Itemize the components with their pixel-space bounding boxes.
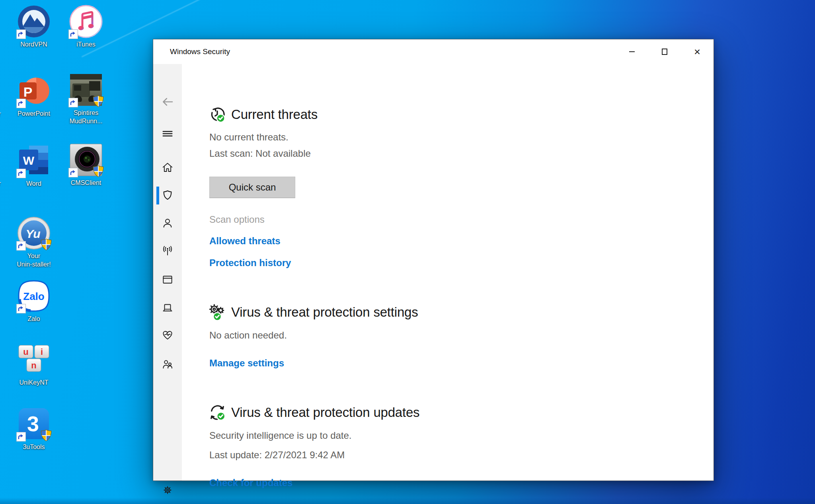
svg-text:i: i — [41, 347, 43, 357]
label-line: Your — [8, 252, 60, 260]
clipped-icon-label: r — [0, 111, 1, 118]
desktop-icon-label: CMSClient — [60, 179, 112, 187]
svg-text:3: 3 — [27, 412, 39, 436]
sidebar-item-firewall-network-protection[interactable] — [153, 241, 182, 261]
uac-shield-icon — [92, 95, 105, 108]
desktop-icon-cmsclient[interactable]: CMSClient — [60, 143, 112, 187]
maximize-button[interactable] — [648, 39, 681, 64]
browser-window-icon — [162, 274, 174, 286]
desktop-icon-3utools[interactable]: 3 3uTools — [8, 407, 60, 451]
desktop-icon-powerpoint[interactable]: P PowerPoint — [8, 74, 60, 118]
svg-text:W: W — [23, 154, 35, 167]
label-line: Spintires — [60, 109, 112, 117]
unikeynt-icon: u i n — [17, 343, 51, 376]
shortcut-arrow-icon — [16, 432, 26, 442]
quick-scan-button[interactable]: Quick scan — [209, 177, 295, 198]
person-icon — [162, 217, 174, 229]
shortcut-arrow-icon — [68, 29, 78, 39]
shortcut-arrow-icon — [16, 304, 26, 313]
minimize-icon — [629, 51, 635, 52]
last-update-text: Last update: 2/27/2021 9:42 AM — [209, 450, 345, 461]
heart-pulse-icon — [162, 329, 174, 341]
sidebar-item-device-security[interactable] — [153, 298, 182, 317]
desktop: r r NordVPN — [0, 0, 815, 504]
svg-text:P: P — [23, 84, 33, 99]
updates-status-text: Security intelligence is up to date. — [209, 430, 352, 441]
titlebar: Windows Security ✕ — [153, 39, 714, 64]
uac-shield-icon — [39, 429, 53, 442]
desktop-icon-label: Your Unin-staller! — [8, 252, 60, 269]
laptop-icon — [162, 302, 174, 313]
threats-status-text: No current threats. — [209, 132, 289, 143]
close-icon: ✕ — [694, 48, 701, 56]
desktop-icon-zalo[interactable]: Zalo Zalo — [8, 279, 60, 323]
desktop-icon-label: iTunes — [60, 40, 112, 49]
sidebar-item-app-browser-control[interactable] — [153, 270, 182, 289]
refresh-update-icon — [208, 403, 226, 422]
manage-settings-link[interactable]: Manage settings — [209, 358, 284, 369]
settings-status-text: No action needed. — [209, 330, 287, 341]
family-icon — [162, 358, 174, 370]
check-for-updates-link[interactable]: Check for updates — [209, 477, 292, 488]
allowed-threats-link[interactable]: Allowed threats — [209, 235, 281, 247]
sidebar-item-family-options[interactable] — [153, 355, 182, 374]
svg-text:Yu: Yu — [25, 227, 40, 240]
navigation-sidebar — [153, 64, 182, 481]
desktop-icon-word[interactable]: W Word — [8, 144, 60, 188]
back-arrow-icon — [161, 95, 174, 109]
wireless-antenna-icon — [162, 245, 174, 257]
svg-text:n: n — [31, 360, 36, 370]
desktop-icon-label: Spintires MudRunn... — [60, 109, 112, 125]
uac-shield-icon — [39, 238, 53, 251]
label-line: MudRunn... — [60, 117, 112, 125]
desktop-icon-label: 3uTools — [8, 443, 60, 451]
section-title: Virus & threat protection updates — [231, 405, 419, 420]
sidebar-item-virus-threat-protection[interactable] — [153, 186, 182, 205]
protection-history-link[interactable]: Protection history — [209, 257, 291, 269]
hamburger-menu-icon — [162, 128, 174, 140]
window-title: Windows Security — [170, 39, 230, 64]
sidebar-item-home[interactable] — [153, 158, 182, 177]
desktop-icon-label: PowerPoint — [8, 109, 60, 118]
shortcut-arrow-icon — [68, 98, 78, 107]
uac-shield-icon — [92, 165, 105, 178]
windows-security-window: Windows Security ✕ — [153, 39, 714, 481]
sidebar-item-account-protection[interactable] — [153, 214, 182, 233]
last-scan-text: Last scan: Not available — [209, 148, 311, 159]
menu-button[interactable] — [153, 124, 182, 143]
shortcut-arrow-icon — [16, 169, 26, 178]
shield-icon — [162, 189, 174, 201]
section-title: Current threats — [231, 107, 318, 122]
desktop-icon-nordvpn[interactable]: NordVPN — [8, 5, 60, 49]
minimize-button[interactable] — [616, 39, 648, 64]
desktop-icon-spintires[interactable]: Spintires MudRunn... — [60, 73, 112, 125]
settings-gears-icon — [208, 303, 226, 321]
shortcut-arrow-icon — [68, 168, 78, 177]
home-icon — [162, 162, 174, 173]
section-protection-updates-header: Virus & threat protection updates — [208, 403, 419, 422]
shortcut-arrow-icon — [16, 29, 26, 39]
desktop-icon-label: UniKeyNT — [8, 378, 60, 387]
close-button[interactable]: ✕ — [681, 39, 714, 64]
svg-text:u: u — [23, 347, 28, 357]
desktop-icon-your-uninstaller[interactable]: Yu Your Unin-staller! — [8, 216, 60, 269]
desktop-icon-label: Word — [8, 179, 60, 188]
svg-text:Zalo: Zalo — [23, 290, 44, 302]
section-protection-settings-header: Virus & threat protection settings — [208, 303, 418, 321]
clipped-icon-label: r — [0, 180, 1, 187]
sidebar-item-device-performance-health[interactable] — [153, 326, 182, 345]
section-title: Virus & threat protection settings — [231, 305, 418, 320]
scan-history-icon — [208, 105, 226, 124]
label-line: Unin-staller! — [8, 260, 60, 269]
main-content: Current threats No current threats. Last… — [182, 64, 714, 481]
gear-icon — [162, 484, 174, 496]
section-current-threats-header: Current threats — [208, 105, 318, 124]
settings-button[interactable] — [153, 481, 182, 500]
shortcut-arrow-icon — [16, 241, 26, 251]
back-button[interactable] — [153, 92, 182, 111]
desktop-icon-label: Zalo — [8, 315, 60, 323]
desktop-icon-label: NordVPN — [8, 40, 60, 49]
scan-options-link[interactable]: Scan options — [209, 214, 265, 225]
desktop-icon-unikeynt[interactable]: u i n UniKeyNT — [8, 343, 60, 387]
desktop-icon-itunes[interactable]: iTunes — [60, 5, 112, 49]
